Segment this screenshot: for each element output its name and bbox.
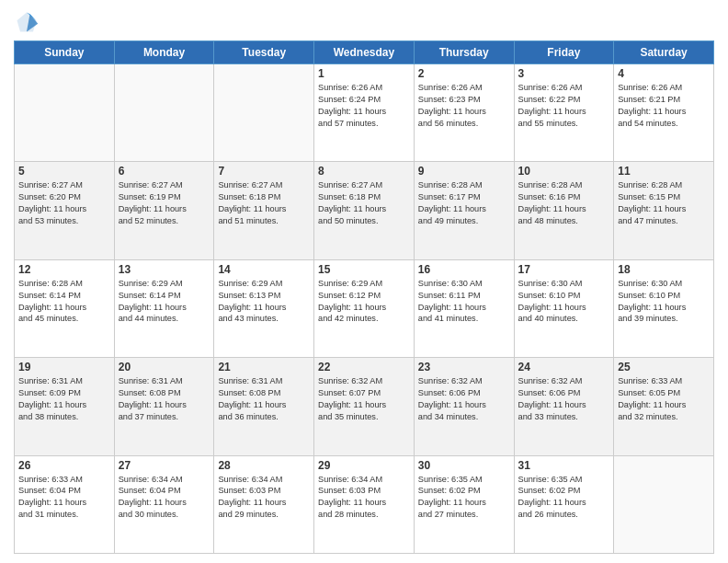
day-number: 2 bbox=[418, 67, 510, 80]
day-info: Sunrise: 6:29 AM Sunset: 6:14 PM Dayligh… bbox=[119, 278, 210, 326]
table-row: 17Sunrise: 6:30 AM Sunset: 6:10 PM Dayli… bbox=[514, 259, 614, 357]
table-row bbox=[214, 64, 314, 162]
day-info: Sunrise: 6:34 AM Sunset: 6:03 PM Dayligh… bbox=[318, 474, 410, 522]
day-info: Sunrise: 6:33 AM Sunset: 6:04 PM Dayligh… bbox=[18, 474, 110, 522]
table-row: 13Sunrise: 6:29 AM Sunset: 6:14 PM Dayli… bbox=[114, 259, 214, 357]
day-number: 4 bbox=[618, 67, 710, 80]
table-row: 6Sunrise: 6:27 AM Sunset: 6:19 PM Daylig… bbox=[114, 162, 214, 259]
day-number: 5 bbox=[18, 165, 110, 178]
day-info: Sunrise: 6:34 AM Sunset: 6:03 PM Dayligh… bbox=[218, 474, 310, 522]
day-number: 14 bbox=[218, 263, 310, 276]
day-number: 31 bbox=[518, 459, 610, 472]
day-number: 26 bbox=[18, 459, 110, 472]
day-info: Sunrise: 6:30 AM Sunset: 6:11 PM Dayligh… bbox=[418, 278, 510, 326]
table-row: 3Sunrise: 6:26 AM Sunset: 6:22 PM Daylig… bbox=[514, 64, 614, 162]
table-row: 14Sunrise: 6:29 AM Sunset: 6:13 PM Dayli… bbox=[214, 259, 314, 357]
day-info: Sunrise: 6:28 AM Sunset: 6:17 PM Dayligh… bbox=[418, 179, 510, 227]
col-sunday: Sunday bbox=[15, 41, 115, 64]
table-row: 20Sunrise: 6:31 AM Sunset: 6:08 PM Dayli… bbox=[114, 358, 214, 455]
table-row: 19Sunrise: 6:31 AM Sunset: 6:09 PM Dayli… bbox=[15, 358, 115, 455]
day-info: Sunrise: 6:30 AM Sunset: 6:10 PM Dayligh… bbox=[518, 278, 610, 326]
day-number: 15 bbox=[318, 263, 410, 276]
day-info: Sunrise: 6:31 AM Sunset: 6:08 PM Dayligh… bbox=[119, 375, 210, 423]
table-row: 18Sunrise: 6:30 AM Sunset: 6:10 PM Dayli… bbox=[614, 259, 714, 357]
day-number: 25 bbox=[618, 361, 710, 373]
table-row: 5Sunrise: 6:27 AM Sunset: 6:20 PM Daylig… bbox=[15, 162, 115, 259]
table-row: 8Sunrise: 6:27 AM Sunset: 6:18 PM Daylig… bbox=[314, 162, 415, 259]
day-info: Sunrise: 6:35 AM Sunset: 6:02 PM Dayligh… bbox=[518, 474, 610, 522]
day-info: Sunrise: 6:27 AM Sunset: 6:18 PM Dayligh… bbox=[218, 179, 310, 227]
day-info: Sunrise: 6:32 AM Sunset: 6:06 PM Dayligh… bbox=[518, 375, 610, 423]
col-monday: Monday bbox=[114, 41, 214, 64]
table-row: 16Sunrise: 6:30 AM Sunset: 6:11 PM Dayli… bbox=[414, 259, 514, 357]
day-info: Sunrise: 6:32 AM Sunset: 6:07 PM Dayligh… bbox=[318, 375, 410, 423]
day-number: 20 bbox=[119, 361, 210, 373]
calendar-table: Sunday Monday Tuesday Wednesday Thursday… bbox=[14, 40, 714, 554]
header-row: Sunday Monday Tuesday Wednesday Thursday… bbox=[15, 41, 714, 64]
day-number: 18 bbox=[618, 263, 710, 276]
logo bbox=[14, 9, 43, 35]
table-row: 24Sunrise: 6:32 AM Sunset: 6:06 PM Dayli… bbox=[514, 358, 614, 455]
table-row: 2Sunrise: 6:26 AM Sunset: 6:23 PM Daylig… bbox=[414, 64, 514, 162]
day-number: 27 bbox=[119, 459, 210, 472]
table-row: 29Sunrise: 6:34 AM Sunset: 6:03 PM Dayli… bbox=[314, 455, 415, 553]
table-row: 15Sunrise: 6:29 AM Sunset: 6:12 PM Dayli… bbox=[314, 259, 415, 357]
col-thursday: Thursday bbox=[414, 41, 514, 64]
day-number: 29 bbox=[318, 459, 410, 472]
logo-icon bbox=[14, 9, 40, 35]
table-row: 27Sunrise: 6:34 AM Sunset: 6:04 PM Dayli… bbox=[114, 455, 214, 553]
table-row: 9Sunrise: 6:28 AM Sunset: 6:17 PM Daylig… bbox=[414, 162, 514, 259]
day-info: Sunrise: 6:26 AM Sunset: 6:24 PM Dayligh… bbox=[318, 82, 410, 130]
table-row: 1Sunrise: 6:26 AM Sunset: 6:24 PM Daylig… bbox=[314, 64, 415, 162]
day-info: Sunrise: 6:27 AM Sunset: 6:19 PM Dayligh… bbox=[119, 179, 210, 227]
table-row: 11Sunrise: 6:28 AM Sunset: 6:15 PM Dayli… bbox=[614, 162, 714, 259]
day-info: Sunrise: 6:29 AM Sunset: 6:13 PM Dayligh… bbox=[218, 278, 310, 326]
day-number: 7 bbox=[218, 165, 310, 178]
day-number: 23 bbox=[418, 361, 510, 373]
table-row: 25Sunrise: 6:33 AM Sunset: 6:05 PM Dayli… bbox=[614, 358, 714, 455]
day-info: Sunrise: 6:35 AM Sunset: 6:02 PM Dayligh… bbox=[418, 474, 510, 522]
day-info: Sunrise: 6:28 AM Sunset: 6:16 PM Dayligh… bbox=[518, 179, 610, 227]
table-row: 4Sunrise: 6:26 AM Sunset: 6:21 PM Daylig… bbox=[614, 64, 714, 162]
table-row: 28Sunrise: 6:34 AM Sunset: 6:03 PM Dayli… bbox=[214, 455, 314, 553]
day-info: Sunrise: 6:31 AM Sunset: 6:09 PM Dayligh… bbox=[18, 375, 110, 423]
day-info: Sunrise: 6:28 AM Sunset: 6:15 PM Dayligh… bbox=[618, 179, 710, 227]
day-info: Sunrise: 6:32 AM Sunset: 6:06 PM Dayligh… bbox=[418, 375, 510, 423]
table-row bbox=[15, 64, 115, 162]
day-number: 22 bbox=[318, 361, 410, 373]
day-info: Sunrise: 6:29 AM Sunset: 6:12 PM Dayligh… bbox=[318, 278, 410, 326]
day-number: 16 bbox=[418, 263, 510, 276]
table-row: 26Sunrise: 6:33 AM Sunset: 6:04 PM Dayli… bbox=[15, 455, 115, 553]
table-row: 12Sunrise: 6:28 AM Sunset: 6:14 PM Dayli… bbox=[15, 259, 115, 357]
day-number: 17 bbox=[518, 263, 610, 276]
calendar-week-3: 12Sunrise: 6:28 AM Sunset: 6:14 PM Dayli… bbox=[15, 259, 714, 357]
table-row bbox=[614, 455, 714, 553]
calendar-week-4: 19Sunrise: 6:31 AM Sunset: 6:09 PM Dayli… bbox=[15, 358, 714, 455]
day-number: 13 bbox=[119, 263, 210, 276]
calendar-week-1: 1Sunrise: 6:26 AM Sunset: 6:24 PM Daylig… bbox=[15, 64, 714, 162]
day-number: 9 bbox=[418, 165, 510, 178]
day-info: Sunrise: 6:27 AM Sunset: 6:20 PM Dayligh… bbox=[18, 179, 110, 227]
calendar-week-5: 26Sunrise: 6:33 AM Sunset: 6:04 PM Dayli… bbox=[15, 455, 714, 553]
day-number: 11 bbox=[618, 165, 710, 178]
header bbox=[14, 9, 714, 35]
day-number: 3 bbox=[518, 67, 610, 80]
day-number: 21 bbox=[218, 361, 310, 373]
col-friday: Friday bbox=[514, 41, 614, 64]
day-info: Sunrise: 6:30 AM Sunset: 6:10 PM Dayligh… bbox=[618, 278, 710, 326]
table-row: 22Sunrise: 6:32 AM Sunset: 6:07 PM Dayli… bbox=[314, 358, 415, 455]
table-row: 31Sunrise: 6:35 AM Sunset: 6:02 PM Dayli… bbox=[514, 455, 614, 553]
day-number: 6 bbox=[119, 165, 210, 178]
day-number: 12 bbox=[18, 263, 110, 276]
col-tuesday: Tuesday bbox=[214, 41, 314, 64]
day-info: Sunrise: 6:26 AM Sunset: 6:23 PM Dayligh… bbox=[418, 82, 510, 130]
day-info: Sunrise: 6:33 AM Sunset: 6:05 PM Dayligh… bbox=[618, 375, 710, 423]
table-row: 21Sunrise: 6:31 AM Sunset: 6:08 PM Dayli… bbox=[214, 358, 314, 455]
day-number: 19 bbox=[18, 361, 110, 373]
table-row: 23Sunrise: 6:32 AM Sunset: 6:06 PM Dayli… bbox=[414, 358, 514, 455]
day-number: 1 bbox=[318, 67, 410, 80]
day-number: 8 bbox=[318, 165, 410, 178]
day-number: 10 bbox=[518, 165, 610, 178]
day-number: 24 bbox=[518, 361, 610, 373]
col-wednesday: Wednesday bbox=[314, 41, 415, 64]
